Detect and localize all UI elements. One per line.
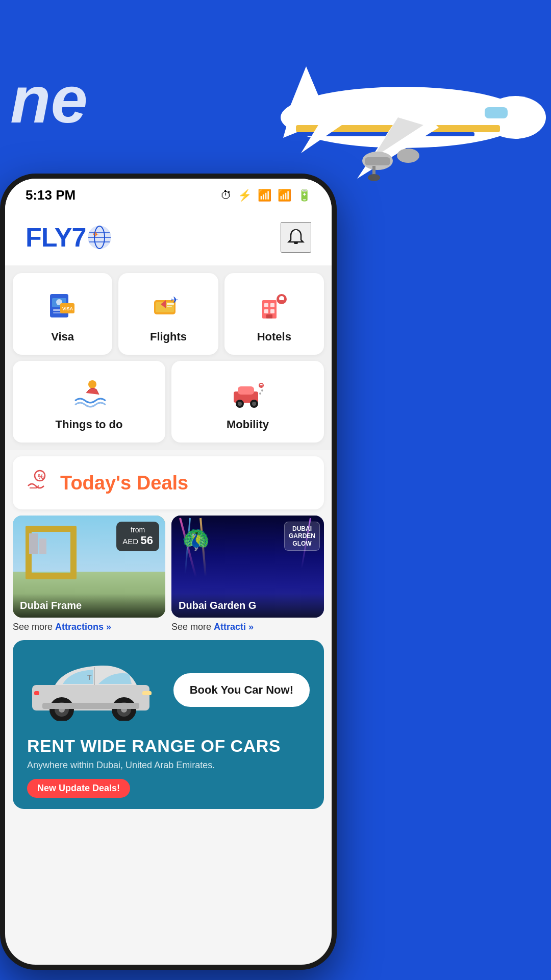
car-image: T xyxy=(27,654,160,726)
dubai-frame-overlay: Dubai Frame xyxy=(13,594,165,618)
tesla-car-svg: T xyxy=(27,654,160,721)
bell-icon xyxy=(286,228,306,247)
phone-frame: 5:13 PM ⏱ ⚡ 📶 📶 🔋 FLY7 ✈ xyxy=(0,174,337,970)
book-car-button[interactable]: Book You Car Now! xyxy=(173,673,310,707)
svg-rect-39 xyxy=(264,309,268,313)
svg-rect-69 xyxy=(34,691,39,695)
category-flights[interactable]: ✈ Flights xyxy=(118,273,218,355)
svg-point-55 xyxy=(259,393,261,395)
svg-point-56 xyxy=(261,389,263,391)
see-more-garden-text: See more xyxy=(171,622,214,632)
attraction-dubai-frame[interactable]: from AED 56 Dubai Frame xyxy=(13,516,165,618)
flights-label: Flights xyxy=(150,330,187,344)
see-more-frame[interactable]: See more Attractions » xyxy=(13,622,165,632)
see-more-garden-link[interactable]: Attracti » xyxy=(214,622,254,632)
logo: FLY7 ✈ xyxy=(26,222,112,253)
svg-rect-40 xyxy=(270,309,274,313)
notification-button[interactable] xyxy=(281,222,311,253)
svg-text:✈: ✈ xyxy=(171,295,179,305)
svg-text:T: T xyxy=(87,673,92,681)
signal-icon: 📶 xyxy=(278,189,291,202)
garden-glow-text2: GARDEN xyxy=(289,532,315,540)
car-rental-banner: T Book You Car Now! RENT WIDE RANGE OF C… xyxy=(13,640,324,809)
status-time: 5:13 PM xyxy=(26,187,76,203)
svg-point-45 xyxy=(88,380,96,388)
svg-rect-21 xyxy=(294,242,298,244)
status-icons: ⏱ ⚡ 📶 📶 🔋 xyxy=(220,189,311,202)
svg-point-49 xyxy=(238,402,242,406)
mobility-icon xyxy=(230,375,266,412)
visa-icon: VISA xyxy=(44,287,81,324)
hotels-label: Hotels xyxy=(257,330,291,344)
clock-icon: ⏱ xyxy=(220,189,232,202)
svg-text:VISA: VISA xyxy=(62,306,73,311)
category-things-to-do[interactable]: Things to do xyxy=(13,361,165,443)
deals-title: Today's Deals xyxy=(60,472,188,494)
bg-partial-text: ne xyxy=(10,61,88,138)
attractions-row: from AED 56 Dubai Frame xyxy=(5,516,332,618)
car-rental-top: T Book You Car Now! xyxy=(27,654,310,726)
svg-point-22 xyxy=(294,230,297,233)
category-grid-top: VISA Visa xyxy=(13,273,324,355)
price-from: from xyxy=(122,526,153,534)
garden-glow-badge: DUBAI GARDEN GLOW xyxy=(284,522,320,551)
svg-rect-41 xyxy=(266,314,272,318)
see-more-row: See more Attractions » See more Attracti… xyxy=(5,622,332,632)
svg-point-51 xyxy=(252,402,256,406)
wifi-icon: 📶 xyxy=(258,189,271,202)
logo-text: FLY7 xyxy=(26,222,86,253)
svg-rect-38 xyxy=(270,303,274,307)
svg-rect-67 xyxy=(42,703,139,709)
svg-rect-37 xyxy=(264,303,268,307)
visa-label: Visa xyxy=(51,330,74,344)
phone-screen: 5:13 PM ⏱ ⚡ 📶 📶 🔋 FLY7 ✈ xyxy=(5,179,332,965)
bluetooth-icon: ⚡ xyxy=(238,189,252,202)
price-currency: AED xyxy=(122,537,138,546)
svg-marker-2 xyxy=(286,66,327,117)
svg-point-12 xyxy=(397,149,419,163)
svg-rect-11 xyxy=(365,157,390,165)
price-amount: 56 xyxy=(141,534,153,547)
deals-section[interactable]: % Today's Deals xyxy=(13,456,324,509)
svg-text:✈: ✈ xyxy=(93,230,99,238)
svg-rect-4 xyxy=(485,107,508,118)
svg-rect-34 xyxy=(167,306,172,307)
category-grid-bottom: Things to do xyxy=(13,361,324,443)
svg-text:%: % xyxy=(38,473,44,480)
deals-icon: % xyxy=(26,468,51,498)
category-visa[interactable]: VISA Visa xyxy=(13,273,112,355)
status-bar: 5:13 PM ⏱ ⚡ 📶 📶 🔋 xyxy=(5,179,332,212)
dubai-frame-name: Dubai Frame xyxy=(20,600,82,611)
see-more-frame-text: See more xyxy=(13,622,55,632)
car-rental-subtitle: Anywhere within Dubai, United Arab Emira… xyxy=(27,760,310,771)
things-to-do-icon xyxy=(71,375,108,412)
garden-glow-text1: DUBAI xyxy=(289,525,315,532)
app-header: FLY7 ✈ xyxy=(5,212,332,265)
svg-rect-47 xyxy=(238,386,254,395)
category-hotels[interactable]: Hotels xyxy=(224,273,324,355)
category-mobility[interactable]: Mobility xyxy=(171,361,324,443)
logo-globe-icon: ✈ xyxy=(87,225,112,250)
garden-glow-text3: GLOW xyxy=(289,540,315,547)
hotels-icon xyxy=(256,287,292,324)
price-badge: from AED 56 xyxy=(116,522,159,551)
battery-icon: 🔋 xyxy=(297,189,311,202)
attraction-dubai-garden[interactable]: 🦚 DUBAI GARDEN GLOW Dubai Garden G xyxy=(171,516,324,618)
dubai-garden-overlay: Dubai Garden G xyxy=(171,594,324,618)
svg-point-14 xyxy=(368,174,380,181)
mobility-label: Mobility xyxy=(227,418,269,431)
category-section: VISA Visa xyxy=(5,265,332,450)
see-more-garden[interactable]: See more Attracti » xyxy=(171,622,324,632)
see-more-frame-link[interactable]: Attractions » xyxy=(55,622,111,632)
things-to-do-label: Things to do xyxy=(56,418,123,431)
car-rental-title: RENT WIDE RANGE OF CARS xyxy=(27,736,310,756)
svg-rect-68 xyxy=(142,691,152,695)
new-deals-badge[interactable]: New Update Deals! xyxy=(27,779,130,798)
flights-icon: ✈ xyxy=(150,287,187,324)
dubai-garden-name: Dubai Garden G xyxy=(179,600,256,611)
